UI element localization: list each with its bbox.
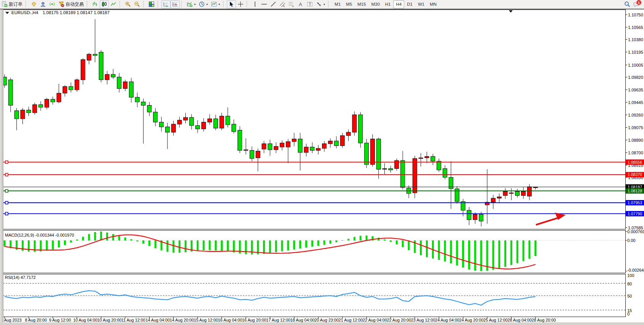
timeframe-m5-button[interactable]: M5	[343, 0, 355, 8]
candle[interactable]	[141, 102, 145, 106]
candle[interactable]	[322, 144, 327, 148]
candle[interactable]	[280, 143, 284, 147]
line-drag-handle[interactable]	[5, 173, 8, 176]
candle[interactable]	[491, 198, 495, 202]
candle[interactable]	[509, 193, 513, 194]
candle[interactable]	[274, 146, 278, 150]
candle[interactable]	[262, 144, 266, 149]
candle[interactable]	[123, 82, 128, 89]
candle[interactable]	[87, 54, 91, 60]
candle[interactable]	[467, 210, 471, 220]
line-drag-handle[interactable]	[5, 190, 8, 192]
macd-pane[interactable]	[3, 231, 626, 273]
tile-windows-button[interactable]	[147, 0, 156, 8]
candle[interactable]	[497, 197, 501, 199]
candle[interactable]	[111, 74, 115, 77]
candle[interactable]	[316, 148, 320, 150]
search-icon[interactable]	[624, 1, 630, 7]
candle[interactable]	[177, 120, 182, 124]
candle[interactable]	[39, 105, 43, 107]
candle[interactable]	[286, 142, 290, 147]
candle[interactable]	[117, 77, 121, 88]
bar-chart-mode-button[interactable]	[91, 0, 100, 8]
timeframe-m1-button[interactable]: M1	[332, 0, 343, 8]
candle[interactable]	[214, 119, 218, 128]
candle[interactable]	[359, 115, 363, 143]
candle[interactable]	[14, 111, 19, 119]
cursor-button[interactable]	[227, 0, 236, 8]
candle[interactable]	[268, 144, 272, 150]
candle[interactable]	[419, 158, 423, 158]
candle[interactable]	[93, 54, 97, 56]
trendline-tool-button[interactable]	[269, 0, 278, 8]
candle[interactable]	[370, 139, 375, 165]
candle[interactable]	[479, 215, 483, 221]
zoom-out-button[interactable]	[132, 0, 142, 8]
candle[interactable]	[395, 160, 399, 168]
candle[interactable]	[401, 160, 405, 187]
zoom-in-button[interactable]	[123, 0, 132, 8]
candle[interactable]	[383, 168, 387, 169]
candle[interactable]	[202, 122, 206, 129]
candle[interactable]	[190, 117, 194, 125]
notifications-button[interactable]: 1	[633, 1, 642, 8]
periods-button[interactable]: ▾	[197, 0, 209, 8]
text-label-tool-button[interactable]: T	[305, 0, 314, 8]
candlestick-pane[interactable]	[3, 10, 626, 229]
candle[interactable]	[159, 122, 164, 127]
candle[interactable]	[238, 130, 242, 150]
candle[interactable]	[304, 147, 308, 152]
candle[interactable]	[153, 112, 158, 122]
timeframe-h1-button[interactable]: H1	[383, 0, 394, 8]
timeframe-m15-button[interactable]: M15	[355, 0, 368, 8]
candle[interactable]	[334, 141, 338, 146]
candle[interactable]	[521, 192, 526, 196]
chart-shift-button[interactable]	[171, 0, 180, 8]
timeframe-w1-button[interactable]: W1	[415, 0, 427, 8]
candle[interactable]	[413, 158, 417, 193]
candle[interactable]	[250, 150, 254, 158]
candle[interactable]	[8, 80, 13, 105]
candle[interactable]	[226, 116, 230, 125]
candle[interactable]	[21, 110, 25, 119]
arrows-tool-button[interactable]: ▾	[314, 0, 327, 8]
candle[interactable]	[443, 168, 447, 177]
candle[interactable]	[105, 74, 109, 80]
candle[interactable]	[33, 105, 37, 113]
candle[interactable]	[515, 192, 520, 196]
crosshair-button[interactable]	[236, 0, 245, 8]
timeframe-d1-button[interactable]: D1	[404, 0, 415, 8]
chart-area[interactable]: 1.107501.105651.103801.101951.100051.098…	[0, 0, 644, 325]
candle[interactable]	[57, 93, 61, 102]
candle[interactable]	[129, 82, 133, 98]
candle[interactable]	[256, 151, 260, 158]
timeframe-m30-button[interactable]: M30	[368, 0, 382, 8]
candle[interactable]	[244, 150, 248, 150]
line-drag-handle[interactable]	[5, 202, 8, 204]
candle[interactable]	[81, 59, 85, 80]
autotrading-button[interactable]: 自动交易	[57, 0, 85, 8]
candle[interactable]	[425, 157, 429, 158]
candle[interactable]	[27, 110, 31, 113]
candle[interactable]	[75, 80, 79, 90]
candle[interactable]	[183, 117, 188, 120]
horizontal-line-tool-button[interactable]	[260, 0, 269, 8]
community-button[interactable]	[48, 0, 57, 8]
candle[interactable]	[292, 139, 296, 142]
candlestick-mode-button[interactable]	[100, 0, 109, 8]
candle[interactable]	[376, 139, 381, 169]
candle[interactable]	[527, 187, 531, 196]
candle[interactable]	[135, 97, 139, 102]
candle[interactable]	[503, 192, 507, 196]
candle[interactable]	[298, 139, 302, 152]
timeframe-h4-button[interactable]: H4	[393, 0, 404, 8]
candle[interactable]	[147, 105, 151, 112]
candle[interactable]	[389, 168, 393, 170]
candle[interactable]	[165, 127, 169, 132]
candle[interactable]	[196, 125, 200, 129]
candle[interactable]	[340, 136, 344, 146]
candle[interactable]	[207, 119, 212, 122]
fibonacci-tool-button[interactable]: F	[287, 0, 296, 8]
signals-button[interactable]	[38, 0, 48, 8]
candle[interactable]	[220, 116, 224, 128]
